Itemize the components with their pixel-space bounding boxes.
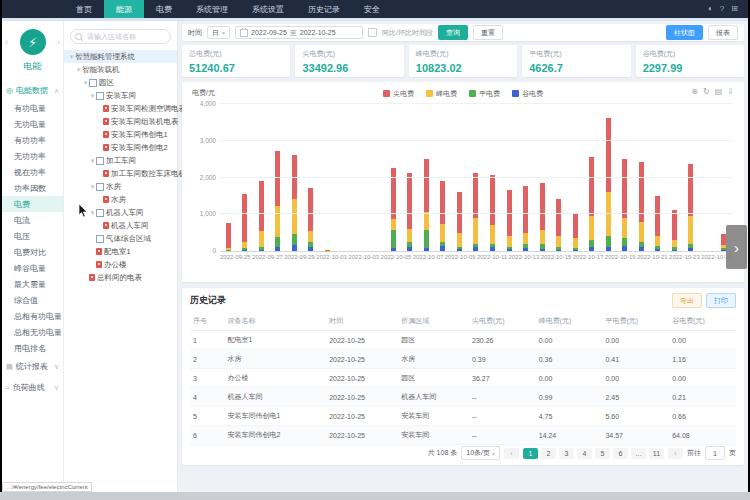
prev-page-button[interactable]: ‹ bbox=[504, 448, 519, 459]
search-button[interactable]: 查询 bbox=[438, 25, 468, 40]
save-image-icon[interactable]: ⇩ bbox=[727, 87, 734, 96]
sidebar-item-有功功率[interactable]: 有功功率 bbox=[2, 132, 63, 148]
sidebar-item-总相有功电量[interactable]: 总相有功电量 bbox=[2, 308, 63, 324]
nav-tab-系统管理[interactable]: 系统管理 bbox=[184, 0, 240, 18]
next-page-button[interactable]: › bbox=[668, 448, 683, 459]
tree-node-安装车间[interactable]: ▾安装车间 bbox=[64, 89, 177, 102]
sidebar-item-功率因数[interactable]: 功率因数 bbox=[2, 180, 63, 196]
legend-item-尖电费[interactable]: 尖电费 bbox=[383, 89, 414, 99]
nav-tab-首页[interactable]: 首页 bbox=[64, 0, 104, 18]
carousel-next-button[interactable]: › bbox=[726, 225, 747, 269]
tree-node-园区[interactable]: ▾园区 bbox=[64, 76, 177, 89]
gridline bbox=[220, 213, 732, 214]
tree-node-智能装载机[interactable]: ▾智能装载机 bbox=[64, 63, 177, 76]
caret-icon[interactable]: ▾ bbox=[89, 209, 96, 217]
data-view-icon[interactable]: ▤ bbox=[715, 87, 723, 96]
stacked-bar bbox=[655, 196, 660, 251]
tree-search-input[interactable] bbox=[85, 32, 166, 41]
compare-checkbox[interactable] bbox=[368, 28, 377, 37]
granularity-select[interactable]: 日▾ bbox=[207, 26, 230, 39]
tree-node-安装车间伟创电1[interactable]: 安装车间伟创电1 bbox=[64, 128, 177, 141]
restore-icon[interactable]: ↻ bbox=[703, 87, 710, 96]
sidebar-section-统计报表[interactable]: ▤统计报表∨ bbox=[2, 356, 63, 377]
tree-node-安装车间伟创电2[interactable]: 安装车间伟创电2 bbox=[64, 141, 177, 154]
sidebar-item-峰谷电量[interactable]: 峰谷电量 bbox=[2, 260, 63, 276]
tree-node-智慧能耗管理系统[interactable]: ▾智慧能耗管理系统 bbox=[64, 50, 177, 63]
tree-node-安装车间组装机电表[interactable]: 安装车间组装机电表 bbox=[64, 115, 177, 128]
goto-page-input[interactable] bbox=[705, 446, 725, 460]
nav-tab-能源[interactable]: 能源 bbox=[104, 0, 144, 18]
page-button-4[interactable]: 4 bbox=[577, 448, 592, 459]
caret-icon[interactable]: ▾ bbox=[89, 183, 96, 191]
caret-icon[interactable]: ▾ bbox=[89, 92, 96, 100]
nav-tab-历史记录[interactable]: 历史记录 bbox=[296, 0, 352, 18]
page-button-6[interactable]: 6 bbox=[613, 448, 628, 459]
tree-node-配电室1[interactable]: 配电室1 bbox=[64, 245, 177, 258]
sidebar-item-无功电量[interactable]: 无功电量 bbox=[2, 116, 63, 132]
sidebar-section-energy-data[interactable]: ◎ 电能数据 ∧ bbox=[2, 81, 63, 100]
help-icon[interactable]: ? bbox=[720, 5, 724, 13]
tree-search[interactable] bbox=[70, 29, 171, 44]
theme-icon[interactable]: ◐ bbox=[708, 5, 713, 13]
tree-node-总料间的电表[interactable]: 总料间的电表 bbox=[64, 271, 177, 284]
energy-module-icon[interactable]: ⚡ bbox=[20, 29, 46, 55]
bar-segment-平电费 bbox=[275, 237, 280, 247]
reset-button[interactable]: 重置 bbox=[473, 25, 503, 40]
sidebar-item-总相无功电量[interactable]: 总相无功电量 bbox=[2, 324, 63, 340]
export-button[interactable]: 导出 bbox=[672, 293, 702, 308]
sidebar-item-用电排名[interactable]: 用电排名 bbox=[2, 340, 63, 356]
tree-node-办公楼[interactable]: 办公楼 bbox=[64, 258, 177, 271]
goto-unit: 页 bbox=[729, 448, 736, 458]
nav-tab-电费[interactable]: 电费 bbox=[144, 0, 184, 18]
caret-icon[interactable]: ▾ bbox=[82, 79, 89, 87]
collapse-right-icon[interactable]: › bbox=[57, 37, 60, 47]
bar-segment-尖电费 bbox=[424, 159, 429, 213]
bar-segment-平电费 bbox=[226, 250, 231, 251]
tree-node-加工车间[interactable]: ▾加工车间 bbox=[64, 154, 177, 167]
tree-node-气体综合区域[interactable]: 气体综合区域 bbox=[64, 232, 177, 245]
sidebar-section-负荷曲线[interactable]: ≈负荷曲线∨ bbox=[2, 377, 63, 398]
page-button-1[interactable]: 1 bbox=[523, 448, 538, 459]
table-row: 1配电室12022-10-25园区230.260.000.000.00 bbox=[190, 331, 736, 350]
page-button-3[interactable]: 3 bbox=[559, 448, 574, 459]
legend-item-平电费[interactable]: 平电费 bbox=[469, 89, 500, 99]
page-button-2[interactable]: 2 bbox=[541, 448, 556, 459]
apps-icon[interactable]: ⊞ bbox=[731, 5, 738, 13]
bar-slot-2022-10-01 bbox=[319, 104, 336, 251]
date-range-picker[interactable]: 2022-09-25 至 2022-10-25 bbox=[235, 26, 363, 39]
bar-slot-2022-10-09 bbox=[451, 104, 468, 251]
table-row: 3办公楼2022-10-25园区36.270.000.000.00 bbox=[190, 369, 736, 388]
bar-slot-2022-10-15 bbox=[550, 104, 567, 251]
tree-node-机器人车间[interactable]: 机器人车间 bbox=[64, 219, 177, 232]
bar-segment-平电费 bbox=[424, 230, 429, 247]
caret-icon[interactable]: ▾ bbox=[68, 53, 75, 61]
nav-tab-系统设置[interactable]: 系统设置 bbox=[240, 0, 296, 18]
sidebar-item-视在功率[interactable]: 视在功率 bbox=[2, 164, 63, 180]
page-size-select[interactable]: 10条/页▾ bbox=[461, 446, 500, 460]
sidebar-item-电压[interactable]: 电压 bbox=[2, 228, 63, 244]
sidebar-item-无功功率[interactable]: 无功功率 bbox=[2, 148, 63, 164]
legend-item-峰电费[interactable]: 峰电费 bbox=[426, 89, 457, 99]
print-button[interactable]: 打印 bbox=[706, 293, 736, 308]
data-zoom-icon[interactable]: ⊕ bbox=[691, 87, 698, 96]
tree-node-水房[interactable]: ▾水房 bbox=[64, 180, 177, 193]
legend-item-谷电费[interactable]: 谷电费 bbox=[512, 89, 543, 99]
sidebar-item-有功电量[interactable]: 有功电量 bbox=[2, 100, 63, 116]
caret-icon[interactable]: ▾ bbox=[75, 66, 82, 74]
page-button-5[interactable]: 5 bbox=[595, 448, 610, 459]
sidebar-item-电费[interactable]: 电费 bbox=[2, 196, 63, 212]
tree-node-加工车间数控车床电机[interactable]: 加工车间数控车床电机 bbox=[64, 167, 177, 180]
nav-tab-安全[interactable]: 安全 bbox=[352, 0, 392, 18]
tree-node-安装车间检测空调电表[interactable]: 安装车间检测空调电表 bbox=[64, 102, 177, 115]
report-view-button[interactable]: 报表 bbox=[708, 25, 738, 40]
sidebar-item-电流[interactable]: 电流 bbox=[2, 212, 63, 228]
page-button-11[interactable]: 11 bbox=[649, 448, 664, 459]
table-cell: 水房 bbox=[225, 350, 327, 369]
sidebar-item-电费对比[interactable]: 电费对比 bbox=[2, 244, 63, 260]
bar-segment-谷电费 bbox=[424, 248, 429, 251]
sidebar-item-综合值[interactable]: 综合值 bbox=[2, 292, 63, 308]
bar-chart-view-button[interactable]: 柱状图 bbox=[666, 25, 703, 40]
caret-icon[interactable]: ▾ bbox=[89, 157, 96, 165]
sidebar-item-最大需量[interactable]: 最大需量 bbox=[2, 276, 63, 292]
collapse-left-icon[interactable]: ‹ bbox=[5, 37, 8, 47]
